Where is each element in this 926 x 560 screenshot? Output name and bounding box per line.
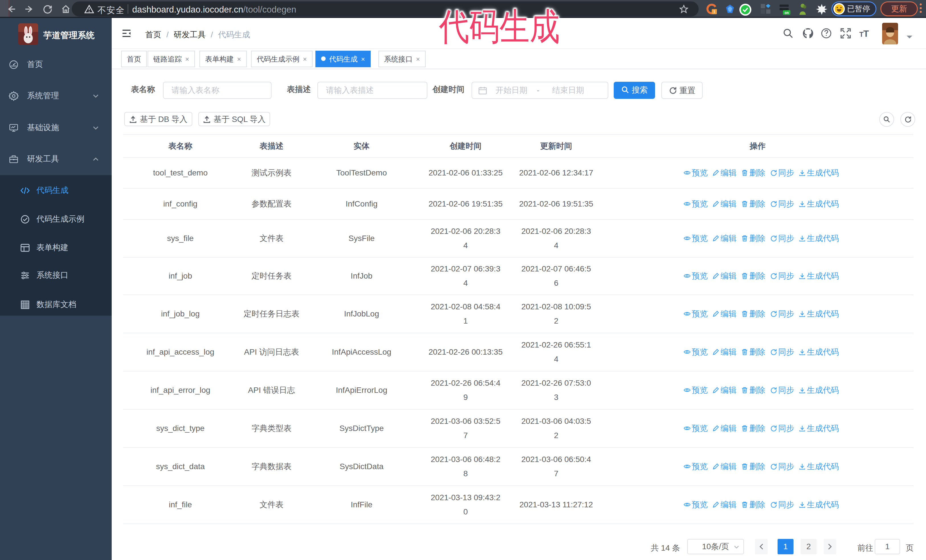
svg-text:T: T xyxy=(859,30,864,38)
svg-text:on: on xyxy=(785,11,789,15)
svg-text:1: 1 xyxy=(713,9,716,14)
svg-text:T: T xyxy=(863,29,869,39)
